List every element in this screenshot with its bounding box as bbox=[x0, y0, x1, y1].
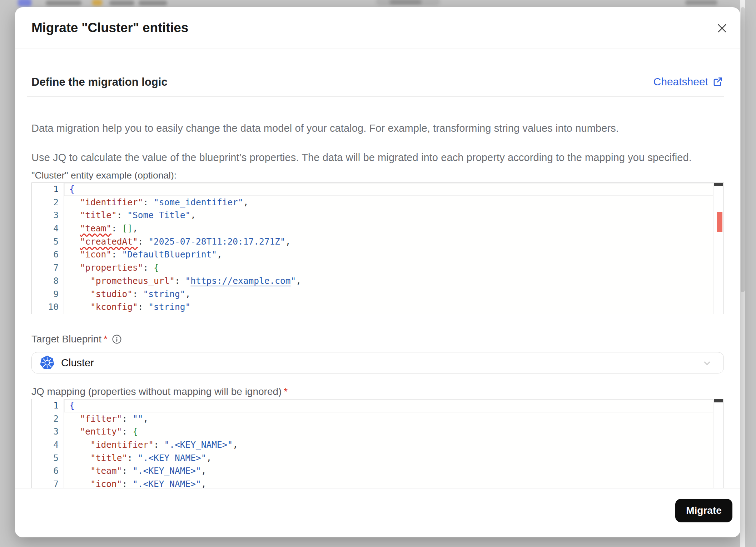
code-line[interactable]: 6 "team": ".<KEY_NAME>", bbox=[32, 465, 713, 478]
editor-scrollbar-thumb[interactable] bbox=[714, 399, 723, 402]
code-token: , bbox=[133, 223, 138, 234]
code-token: "prometheus_url" bbox=[90, 276, 175, 286]
code-token: [] bbox=[122, 223, 133, 234]
code-line[interactable]: 6 "icon": "DefaultBlueprint", bbox=[32, 248, 713, 261]
bg-app-icon bbox=[18, 0, 31, 6]
code-token: "properties" bbox=[80, 262, 143, 273]
bg-nav-text-3 bbox=[139, 1, 167, 5]
code-line[interactable]: 2 "identifier": "some_identifier", bbox=[32, 196, 713, 209]
code-token: " bbox=[291, 276, 296, 286]
code-token: "createdAt" bbox=[80, 236, 138, 247]
code-line[interactable]: 8 "prometheus_url": "https://example.com… bbox=[32, 275, 713, 288]
code-token bbox=[69, 479, 90, 489]
code-text: "title": ".<KEY_NAME>", bbox=[64, 452, 713, 465]
editor-scrollbar-thumb[interactable] bbox=[714, 183, 723, 186]
code-token: : bbox=[122, 426, 133, 437]
code-token: : bbox=[175, 276, 185, 286]
code-line[interactable]: 9 "studio": "string", bbox=[32, 288, 713, 301]
code-line[interactable]: 5 "createdAt": "2025-07-28T11:20:17.271Z… bbox=[32, 235, 713, 249]
code-token: "kconfig" bbox=[90, 302, 138, 312]
code-token: , bbox=[190, 210, 196, 220]
code-line[interactable]: 1{ bbox=[32, 183, 713, 196]
line-number: 6 bbox=[32, 248, 64, 261]
entity-example-label: "Cluster" entity example (optional): bbox=[31, 170, 176, 181]
code-text: "identifier": ".<KEY_NAME>", bbox=[64, 438, 713, 452]
code-token: "DefaultBlueprint" bbox=[122, 249, 217, 260]
code-token bbox=[69, 302, 90, 312]
description-paragraph-2: Use JQ to calculate the value of the blu… bbox=[31, 152, 719, 164]
code-token bbox=[69, 440, 90, 450]
code-token: { bbox=[133, 426, 138, 437]
editor-scrollbar[interactable] bbox=[713, 399, 723, 488]
code-token: "Some Title" bbox=[127, 210, 190, 220]
info-icon[interactable] bbox=[112, 334, 122, 344]
code-line[interactable]: 10 "kconfig": "string" bbox=[32, 301, 713, 314]
code-token: "2025-07-28T11:20:17.271Z" bbox=[148, 236, 285, 247]
code-text: "title": "Some Title", bbox=[64, 209, 713, 222]
code-line[interactable]: 2 "filter": "", bbox=[32, 412, 713, 426]
bg-nav-text-2 bbox=[109, 1, 134, 5]
code-token bbox=[69, 223, 80, 234]
code-token: "icon" bbox=[80, 249, 112, 260]
jq-mapping-editor[interactable]: 1{2 "filter": "",3 "entity": {4 "identif… bbox=[31, 399, 724, 489]
code-line[interactable]: 4 "team": [], bbox=[32, 222, 713, 235]
code-text: "entity": { bbox=[64, 425, 713, 438]
target-blueprint-select[interactable]: Cluster bbox=[31, 352, 724, 373]
editor-scrollbar[interactable] bbox=[713, 183, 723, 314]
code-token: : bbox=[133, 289, 143, 299]
code-token bbox=[69, 236, 80, 247]
line-number: 10 bbox=[32, 301, 64, 314]
bg-nav-text bbox=[46, 1, 81, 5]
code-token: "icon" bbox=[90, 479, 122, 489]
code-token bbox=[69, 413, 80, 424]
line-number: 9 bbox=[32, 288, 64, 301]
dialog-footer: Migrate bbox=[15, 488, 740, 537]
entity-example-editor[interactable]: 1{2 "identifier": "some_identifier",3 "t… bbox=[31, 182, 724, 314]
line-number: 5 bbox=[32, 452, 64, 465]
code-token: ".<KEY_NAME>" bbox=[133, 466, 201, 476]
code-line[interactable]: 4 "identifier": ".<KEY_NAME>", bbox=[32, 438, 713, 452]
code-token: "entity" bbox=[80, 426, 122, 437]
line-number: 4 bbox=[32, 222, 64, 235]
jq-mapping-label-text: JQ mapping (properties without mapping w… bbox=[31, 386, 282, 397]
code-token: "filter" bbox=[80, 413, 122, 424]
migrate-button[interactable]: Migrate bbox=[675, 499, 732, 522]
code-token bbox=[69, 262, 80, 273]
code-line[interactable]: 5 "title": ".<KEY_NAME>", bbox=[32, 452, 713, 465]
code-line[interactable]: 7 "properties": { bbox=[32, 261, 713, 275]
target-blueprint-label-text: Target Blueprint bbox=[31, 333, 101, 345]
code-token bbox=[69, 426, 80, 437]
code-token: , bbox=[185, 289, 191, 299]
code-token: : bbox=[122, 479, 133, 489]
code-line[interactable]: 7 "icon": ".<KEY_NAME>", bbox=[32, 478, 713, 489]
line-number: 1 bbox=[32, 183, 64, 196]
code-text: "icon": ".<KEY_NAME>", bbox=[64, 478, 713, 489]
required-asterisk: * bbox=[284, 386, 288, 397]
code-token bbox=[69, 210, 80, 220]
line-number: 1 bbox=[32, 399, 64, 412]
code-token bbox=[69, 276, 90, 286]
code-token bbox=[69, 249, 80, 260]
page-scrollbar-thumb[interactable] bbox=[741, 7, 745, 292]
bg-folder-icon bbox=[92, 0, 102, 6]
code-token bbox=[69, 453, 90, 463]
code-text: { bbox=[64, 399, 713, 412]
line-number: 5 bbox=[32, 235, 64, 249]
code-token: ".<KEY_NAME>" bbox=[164, 440, 233, 450]
error-marker-icon bbox=[717, 212, 722, 232]
code-line[interactable]: 1{ bbox=[32, 399, 713, 412]
code-token: ".<KEY_NAME>" bbox=[138, 453, 207, 463]
bg-search-text bbox=[389, 0, 422, 4]
code-token: , bbox=[285, 236, 291, 247]
code-line[interactable]: 3 "title": "Some Title", bbox=[32, 209, 713, 222]
code-token: : bbox=[143, 262, 154, 273]
close-button[interactable] bbox=[715, 21, 730, 36]
code-token: , bbox=[233, 440, 238, 450]
cheatsheet-link[interactable]: Cheatsheet bbox=[653, 76, 723, 88]
code-lines: 1{2 "identifier": "some_identifier",3 "t… bbox=[32, 183, 713, 314]
line-number: 3 bbox=[32, 425, 64, 438]
code-token: "identifier" bbox=[80, 197, 143, 207]
code-line[interactable]: 3 "entity": { bbox=[32, 425, 713, 438]
code-token: , bbox=[201, 479, 207, 489]
line-number: 2 bbox=[32, 412, 64, 426]
